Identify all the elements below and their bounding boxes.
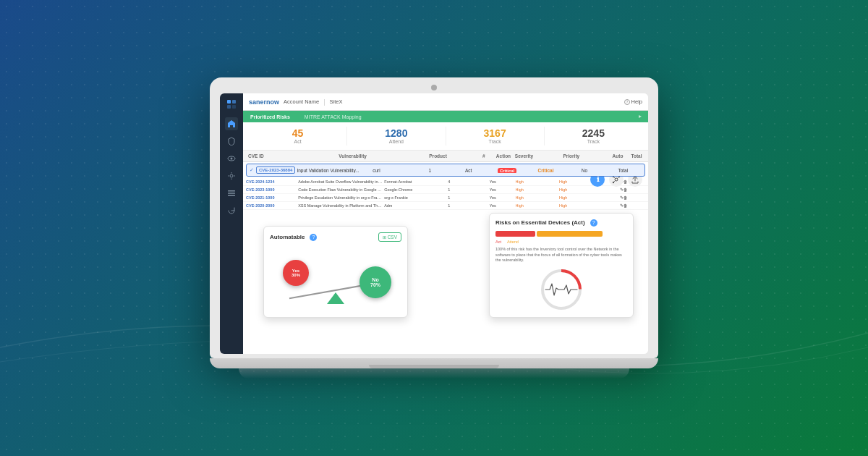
- sidebar-logo-area: [226, 99, 237, 110]
- col-total: Total: [628, 153, 645, 159]
- svg-rect-7: [228, 190, 235, 192]
- topbar: sanernow Account Name | SiteX ? Help: [243, 93, 648, 111]
- main-content: sanernow Account Name | SiteX ? Help Pri…: [243, 93, 648, 354]
- app-container: sanernow Account Name | SiteX ? Help Pri…: [220, 93, 648, 354]
- automatable-help-icon[interactable]: ?: [310, 234, 317, 241]
- yes-circle: Yes 30%: [283, 260, 309, 286]
- stat-track1-label: Track: [446, 139, 544, 144]
- nav-tabs: Prioritized Risks MITRE ATTACK Mapping: [243, 111, 648, 122]
- col-action: Action: [494, 153, 511, 159]
- bar-high: [537, 231, 603, 237]
- account-name: Account Name: [284, 98, 319, 105]
- table-header: CVE ID Vulnerability Product # Action Se…: [243, 151, 648, 162]
- col-priority: Priority: [561, 153, 608, 159]
- risks-panel: Risks on Essential Devices (Act) ? Act: [489, 213, 634, 318]
- row-description: Input Validation Vulnerability...: [297, 168, 371, 173]
- stat-attend-number: 1280: [347, 128, 445, 139]
- stat-act: 45 Act: [249, 127, 347, 145]
- risks-title: Risks on Essential Devices (Act): [495, 219, 585, 226]
- svg-point-17: [613, 182, 614, 183]
- help-button[interactable]: ? Help: [624, 98, 642, 105]
- stats-row: 45 Act 1280 Attend 3167 Track 2245: [243, 122, 648, 151]
- laptop-bezel: sanernow Account Name | SiteX ? Help Pri…: [210, 77, 658, 358]
- laptop-container: sanernow Account Name | SiteX ? Help Pri…: [210, 77, 658, 379]
- table-row: CVE-2021-1000 Privilege Escalation Vulne…: [243, 194, 648, 202]
- automatable-panel: Automatable ? ⊞ CSV: [263, 226, 408, 318]
- table-row: CVE-2023-1000 Code Execution Flaw Vulner…: [243, 186, 648, 194]
- bar-legend: Act Attend: [495, 240, 627, 244]
- stat-attend-label: Attend: [347, 139, 445, 144]
- highlighted-table-row[interactable]: ✓ CVE-2023-36884 Input Validation Vulner…: [246, 164, 645, 177]
- row-count: 1: [412, 168, 448, 173]
- brand-name: sanernow: [249, 98, 279, 106]
- separator: |: [323, 98, 325, 106]
- sidebar-item-refresh[interactable]: [225, 204, 238, 217]
- legend-act: Act: [495, 240, 501, 244]
- sidebar-item-settings[interactable]: [225, 169, 238, 182]
- svg-point-6: [230, 174, 233, 177]
- scale-fulcrum: [327, 292, 344, 304]
- stat-track1: 3167 Track: [446, 127, 545, 145]
- svg-rect-0: [227, 100, 231, 104]
- stat-track1-number: 3167: [446, 128, 544, 139]
- col-severity: Severity: [513, 153, 560, 159]
- row-priority: Critical: [527, 168, 564, 173]
- svg-rect-8: [228, 193, 235, 194]
- svg-rect-2: [227, 105, 231, 109]
- stat-track2-number: 2245: [545, 128, 642, 139]
- csv-button[interactable]: ⊞ CSV: [378, 232, 401, 242]
- svg-rect-3: [232, 105, 236, 109]
- laptop-reflection: [239, 368, 629, 379]
- laptop-base: [210, 358, 658, 368]
- check-icon: ✓: [250, 167, 254, 173]
- gauge-circle: [540, 268, 583, 311]
- scale-chart: Yes 30% No 70%: [270, 246, 401, 311]
- svg-text:?: ?: [626, 99, 628, 104]
- table-area: CVE ID Vulnerability Product # Action Se…: [243, 151, 648, 354]
- table-row: CVE-2020-2000 XSS Manage Vulnerability i…: [243, 202, 648, 210]
- col-desc: Vulnerability: [336, 153, 425, 159]
- svg-point-5: [231, 158, 233, 160]
- col-product: Product: [427, 153, 474, 159]
- stat-attend: 1280 Attend: [347, 127, 446, 145]
- row-product: curl: [373, 168, 409, 173]
- svg-rect-9: [228, 195, 235, 196]
- stat-track2-label: Track: [545, 139, 642, 144]
- stat-track2: 2245 Track: [545, 127, 642, 145]
- sidebar-item-list[interactable]: [225, 187, 238, 200]
- row-auto: No: [566, 168, 603, 173]
- svg-rect-1: [232, 100, 236, 104]
- no-circle: No 70%: [359, 266, 391, 298]
- bar-critical: [495, 231, 535, 237]
- col-count: #: [475, 153, 493, 159]
- nav-tab-prioritized[interactable]: Prioritized Risks: [247, 114, 293, 119]
- risks-description: 100% of this risk has the Inventory tool…: [495, 247, 627, 263]
- sidebar-item-shield[interactable]: [225, 135, 238, 148]
- sidebar: [220, 93, 243, 354]
- laptop-camera: [431, 85, 437, 90]
- stat-act-label: Act: [249, 139, 346, 144]
- automatable-title: Automatable: [270, 234, 305, 240]
- row-action: Act: [450, 168, 487, 173]
- sidebar-item-home[interactable]: [225, 117, 238, 130]
- row-total: Total: [605, 168, 642, 173]
- col-cve: CVE ID: [246, 153, 335, 159]
- stat-act-number: 45: [249, 128, 346, 139]
- gauge-area: [495, 268, 627, 311]
- site-name: SiteX: [330, 98, 343, 105]
- col-auto: Auto: [609, 153, 626, 159]
- risks-bar: [495, 231, 627, 237]
- nav-tab-mitre[interactable]: MITRE ATTACK Mapping: [302, 114, 365, 119]
- row-severity: Critical: [488, 168, 525, 173]
- laptop-screen: sanernow Account Name | SiteX ? Help Pri…: [220, 93, 648, 354]
- risks-help-icon[interactable]: ?: [590, 219, 597, 227]
- cve-badge: CVE-2023-36884: [256, 166, 295, 174]
- legend-attend: Attend: [507, 240, 519, 244]
- sidebar-item-eye[interactable]: [225, 152, 238, 165]
- table-row: CVE-2024-1234 Adobe Acrobat Suite Overfl…: [243, 178, 648, 186]
